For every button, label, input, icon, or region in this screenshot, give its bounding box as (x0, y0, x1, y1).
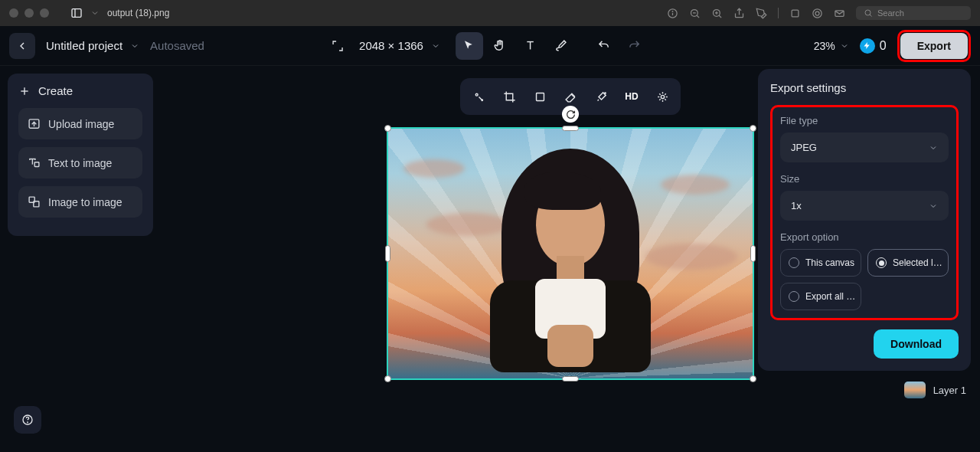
credits-icon (860, 38, 875, 54)
file-type-label: File type (780, 115, 949, 126)
zoom-level[interactable]: 23% (814, 40, 849, 52)
canvas-image (388, 129, 753, 378)
ai-select-tool[interactable] (465, 83, 492, 110)
selected-image-frame[interactable] (387, 127, 754, 380)
text-image-icon (28, 156, 41, 169)
text-tool[interactable] (517, 32, 544, 60)
sidebar-toggle-icon[interactable] (70, 7, 83, 19)
zoom-out-icon[interactable] (689, 8, 701, 19)
size-value: 1x (791, 200, 802, 211)
export-option-label: Export option (780, 231, 949, 243)
project-name[interactable]: Untitled project (46, 39, 139, 52)
resize-handle-bl[interactable] (384, 375, 391, 382)
export-panel-title: Export settings (770, 81, 959, 94)
maximize-window-icon[interactable] (40, 8, 49, 18)
search-input[interactable]: Search (856, 6, 971, 20)
sidebar-item-label: Image to image (48, 196, 122, 208)
svg-line-18 (870, 15, 872, 17)
pointer-tool[interactable] (456, 32, 483, 60)
adjust-tool[interactable] (648, 83, 676, 110)
radio-icon (876, 257, 887, 268)
close-window-icon[interactable] (9, 8, 18, 18)
badge-icon[interactable] (812, 8, 823, 19)
radio-icon (789, 291, 799, 302)
svg-point-44 (28, 422, 28, 423)
zoom-value: 23% (814, 40, 835, 52)
redo-button[interactable] (621, 32, 648, 60)
hand-tool[interactable] (486, 32, 514, 60)
download-button[interactable]: Download (874, 329, 959, 359)
canvas-dimensions[interactable]: 2048 × 1366 (359, 39, 440, 52)
help-button[interactable] (14, 406, 41, 434)
rotate-handle[interactable] (562, 106, 579, 123)
autosaved-status: Autosaved (150, 39, 204, 52)
dimensions-value: 2048 × 1366 (359, 39, 423, 52)
upload-image-button[interactable]: Upload image (18, 108, 142, 139)
sidebar-item-label: Upload image (48, 118, 114, 130)
svg-point-14 (813, 8, 822, 17)
svg-line-11 (719, 15, 721, 18)
export-option-all[interactable]: Export all … (780, 283, 861, 310)
export-option-canvas[interactable]: This canvas (780, 249, 861, 277)
resize-handle-l[interactable] (385, 245, 390, 262)
resize-handle-t[interactable] (562, 126, 579, 131)
zoom-in-icon[interactable] (711, 8, 723, 19)
svg-line-39 (659, 93, 660, 94)
export-settings-highlight: File type JPEG Size 1x Export option Thi… (770, 105, 959, 320)
radio-icon (789, 257, 799, 268)
create-panel: Create Upload image Text to image Image … (8, 74, 153, 236)
info-icon[interactable] (667, 8, 678, 19)
frame-tool[interactable] (526, 83, 554, 110)
window-filename: output (18).png (107, 8, 169, 18)
radio-label: Selected l… (893, 257, 942, 268)
project-name-label: Untitled project (46, 39, 122, 52)
main-toolbar: Untitled project Autosaved 2048 × 1366 2… (0, 26, 980, 66)
chevron-down-icon (840, 41, 849, 51)
export-option-selected[interactable]: Selected l… (867, 249, 949, 277)
svg-point-15 (815, 11, 819, 15)
resize-handle-tl[interactable] (384, 125, 391, 132)
export-button-highlight: Export (897, 30, 971, 62)
resize-handle-b[interactable] (562, 376, 579, 382)
crop-tool[interactable] (495, 83, 523, 110)
resize-handle-r[interactable] (750, 245, 756, 262)
plus-icon (18, 85, 31, 97)
help-icon (21, 414, 34, 426)
back-button[interactable] (9, 33, 35, 59)
window-file-info: output (18).png (70, 7, 169, 19)
radio-label: This canvas (805, 257, 854, 268)
file-type-select[interactable]: JPEG (780, 133, 949, 162)
svg-line-42 (665, 93, 665, 94)
layer-thumbnail (904, 382, 926, 398)
hd-enhance-tool[interactable]: HD (618, 83, 645, 110)
undo-button[interactable] (590, 32, 618, 60)
text-to-image-button[interactable]: Text to image (18, 147, 142, 179)
minimize-window-icon[interactable] (24, 8, 34, 18)
rotate-icon[interactable] (789, 8, 801, 19)
size-select[interactable]: 1x (780, 191, 949, 221)
svg-line-7 (697, 15, 699, 18)
mail-icon[interactable] (834, 8, 845, 19)
svg-line-40 (665, 99, 665, 100)
annotate-icon[interactable] (756, 8, 767, 19)
upload-icon (28, 117, 41, 130)
chevron-down-icon (130, 41, 139, 51)
chevron-down-icon (929, 201, 938, 211)
image-image-icon (28, 195, 41, 208)
svg-point-4 (672, 11, 673, 11)
chevron-down-icon[interactable] (90, 8, 100, 18)
create-title: Create (18, 84, 142, 97)
search-icon (864, 8, 873, 18)
macos-titlebar: output (18).png Search (0, 0, 980, 26)
magic-tool[interactable] (587, 83, 615, 110)
layer-item[interactable]: Layer 1 (904, 382, 966, 398)
resize-handle-br[interactable] (750, 375, 756, 382)
resize-icon[interactable] (332, 40, 344, 52)
credits-counter[interactable]: 0 (860, 38, 887, 54)
share-icon[interactable] (733, 8, 745, 19)
resize-handle-tr[interactable] (750, 125, 756, 132)
export-button[interactable]: Export (900, 33, 968, 59)
image-to-image-button[interactable]: Image to image (18, 186, 142, 218)
svg-point-29 (475, 93, 478, 96)
brush-tool[interactable] (547, 32, 575, 60)
